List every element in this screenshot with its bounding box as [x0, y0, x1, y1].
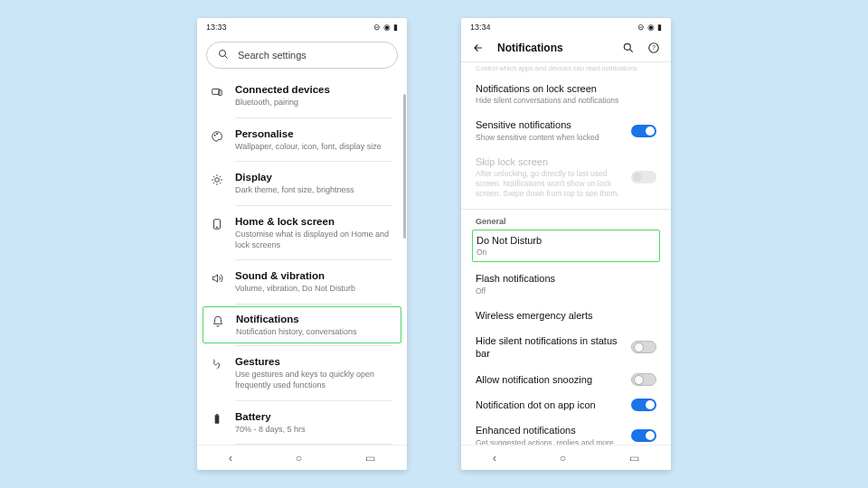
row-title: Do Not Disturb	[476, 234, 656, 247]
divider	[235, 444, 392, 445]
row-notifications-highlighted[interactable]: Notifications Notification history, conv…	[203, 306, 401, 344]
notifications-scroll[interactable]: Control which apps and devices can read …	[461, 62, 671, 445]
battery-icon: ▮	[657, 23, 662, 32]
truncated-row-sub: Control which apps and devices can read …	[461, 62, 671, 76]
row-do-not-disturb-highlighted[interactable]: Do Not Disturb On	[472, 230, 660, 262]
row-battery[interactable]: Battery 70% - 8 days, 5 hrs	[197, 403, 407, 443]
palette-icon	[210, 129, 224, 144]
divider	[235, 205, 392, 206]
row-sound[interactable]: Sound & vibration Volume, vibration, Do …	[197, 262, 407, 302]
nav-home[interactable]: ○	[296, 452, 302, 465]
toggle-snoozing[interactable]	[631, 373, 656, 386]
row-allow-snoozing[interactable]: Allow notification snoozing	[461, 367, 671, 392]
row-title: Gestures	[235, 355, 392, 369]
row-title: Enhanced notifications	[476, 424, 624, 436]
row-sub: Use gestures and keys to quickly open fr…	[235, 370, 392, 390]
row-gestures[interactable]: Gestures Use gestures and keys to quickl…	[197, 348, 407, 398]
toggle-hide-silent[interactable]	[631, 341, 656, 353]
brightness-icon	[210, 173, 224, 187]
status-time: 13:34	[470, 23, 491, 32]
search-icon	[218, 49, 229, 61]
divider	[235, 345, 392, 346]
svg-point-6	[215, 178, 220, 183]
row-sub: Notification history, conversations	[236, 327, 392, 338]
phone-notifications-settings: 13:34 ⊖ ◉ ▮ Notifications ? Control whic…	[461, 18, 671, 470]
search-icon[interactable]	[622, 42, 635, 54]
scrollbar-thumb[interactable]	[403, 94, 406, 239]
status-icons: ⊖ ◉ ▮	[637, 23, 662, 32]
row-title: Battery	[235, 410, 392, 424]
nav-bar: ‹ ○ ▭	[197, 445, 407, 470]
row-sensitive-notifications[interactable]: Sensitive notifications Show sensitive c…	[461, 112, 671, 148]
status-bar: 13:33 ⊖ ◉ ▮	[197, 18, 407, 36]
row-hide-silent[interactable]: Hide silent notifications in status bar	[461, 328, 671, 367]
page-title: Notifications	[497, 42, 609, 54]
nav-home[interactable]: ○	[560, 452, 566, 465]
svg-line-1	[225, 56, 228, 59]
nav-recents[interactable]: ▭	[629, 452, 639, 465]
toggle-dot[interactable]	[631, 399, 656, 411]
row-sub: Show sensitive content when locked	[476, 133, 624, 143]
nav-back[interactable]: ‹	[493, 452, 496, 465]
toggle-enhanced[interactable]	[631, 429, 656, 442]
search-placeholder: Search settings	[238, 50, 307, 61]
settings-scroll[interactable]: Search settings Connected devices Blueto…	[197, 36, 407, 445]
battery-icon	[210, 412, 224, 427]
row-skip-lock-screen: Skip lock screen After unlocking, go dir…	[461, 149, 671, 205]
nav-back[interactable]: ‹	[229, 452, 232, 465]
section-general-label: General	[461, 209, 671, 230]
help-icon[interactable]: ?	[647, 42, 660, 54]
row-sub: 70% - 8 days, 5 hrs	[235, 425, 392, 436]
row-sub: Bluetooth, pairing	[235, 98, 392, 108]
row-title: Hide silent notifications in status bar	[476, 334, 624, 361]
row-sub: Volume, vibration, Do Not Disturb	[235, 284, 392, 295]
row-sub: Get suggested actions, replies and more	[476, 438, 624, 445]
row-title: Skip lock screen	[476, 155, 624, 168]
row-title: Personalise	[235, 127, 392, 141]
row-notification-dot[interactable]: Notification dot on app icon	[461, 392, 671, 418]
row-connected-devices[interactable]: Connected devices Bluetooth, pairing	[197, 76, 407, 116]
home-lock-icon	[210, 217, 224, 231]
battery-icon: ▮	[393, 23, 398, 32]
row-title: Wireless emergency alerts	[476, 309, 656, 322]
row-wireless-emergency[interactable]: Wireless emergency alerts	[461, 303, 671, 328]
row-sub: Wallpaper, colour, icon, font, display s…	[235, 142, 392, 153]
row-display[interactable]: Display Dark theme, font size, brightnes…	[197, 164, 407, 203]
back-arrow-icon[interactable]	[472, 42, 485, 54]
search-settings[interactable]: Search settings	[206, 42, 398, 69]
divider	[235, 400, 392, 401]
row-title: Notifications	[236, 313, 392, 326]
svg-line-15	[630, 50, 633, 52]
row-sub: Hide silent conversations and notificati…	[476, 96, 656, 106]
dnd-icon: ⊖	[373, 23, 381, 32]
row-title: Notification dot on app icon	[476, 399, 624, 411]
row-sub: After unlocking, go directly to last use…	[476, 169, 624, 199]
toggle-sensitive[interactable]	[631, 125, 656, 137]
svg-rect-10	[216, 414, 218, 415]
row-enhanced-notifications[interactable]: Enhanced notifications Get suggested act…	[461, 418, 671, 445]
svg-rect-9	[215, 415, 220, 423]
nav-recents[interactable]: ▭	[365, 452, 375, 465]
volume-icon	[210, 271, 224, 286]
row-title: Display	[235, 171, 392, 184]
row-notifications-lock-screen[interactable]: Notifications on lock screen Hide silent…	[461, 76, 671, 112]
toggle-skip-lock	[631, 171, 656, 183]
nav-bar: ‹ ○ ▭	[461, 445, 671, 470]
row-sub: Off	[476, 286, 656, 296]
row-flash-notifications[interactable]: Flash notifications Off	[461, 266, 671, 302]
divider	[235, 259, 392, 260]
row-sub: Dark theme, font size, brightness	[235, 185, 392, 196]
svg-text:?: ?	[652, 44, 656, 51]
row-home-lock[interactable]: Home & lock screen Customise what is dis…	[197, 208, 407, 258]
gesture-icon	[210, 357, 224, 371]
phone-settings-main: 13:33 ⊖ ◉ ▮ Search settings Connected de…	[197, 18, 407, 470]
row-personalise[interactable]: Personalise Wallpaper, colour, icon, fon…	[197, 120, 407, 160]
row-sub: On	[476, 248, 656, 258]
wifi-icon: ◉	[647, 23, 655, 32]
divider	[235, 117, 392, 118]
dnd-icon: ⊖	[637, 23, 645, 32]
bell-icon	[211, 314, 225, 329]
devices-icon	[210, 85, 224, 99]
status-bar: 13:34 ⊖ ◉ ▮	[461, 18, 671, 36]
row-title: Sensitive notifications	[476, 118, 624, 131]
